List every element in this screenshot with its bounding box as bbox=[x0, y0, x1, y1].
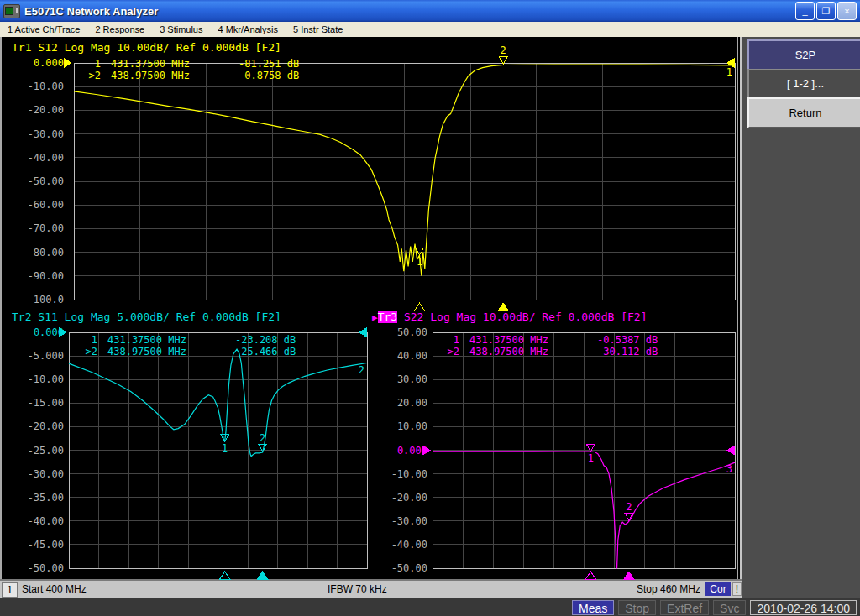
stop-frequency: Stop 460 MHz bbox=[637, 583, 700, 595]
marker-row: >2438.97500 MHz-30.112 dB bbox=[439, 346, 698, 358]
marker-stimulus-icon bbox=[258, 572, 268, 579]
marker-frequency: 431.37500 MHz bbox=[111, 58, 239, 70]
marker-row: >2438.97500 MHz-0.8758 dB bbox=[81, 70, 339, 81]
marker-stimulus-icon bbox=[415, 303, 425, 311]
tr2-name: Tr2 bbox=[12, 311, 31, 323]
marker-value: -30.112 dB bbox=[597, 346, 698, 358]
menu-stimulus[interactable]: 3 Stimulus bbox=[152, 24, 210, 34]
tr1-y-axis: 0.000-10.00-20.00-30.00-40.00-50.00-60.0… bbox=[3, 63, 64, 300]
menu-active-ch-trace[interactable]: 1 Active Ch/Trace bbox=[0, 24, 87, 34]
y-tick-label: -20.00 bbox=[3, 420, 64, 433]
menu-response[interactable]: 2 Response bbox=[87, 24, 152, 34]
y-tick-label: 40.00 bbox=[367, 349, 427, 363]
tr3-name: Tr3 bbox=[378, 311, 397, 323]
menu-instr-state[interactable]: 5 Instr State bbox=[286, 24, 350, 34]
y-tick-label: -35.00 bbox=[3, 491, 64, 504]
svg-text:1: 1 bbox=[417, 256, 422, 268]
tr1-name: Tr1 bbox=[12, 41, 31, 54]
y-tick-label: 20.00 bbox=[367, 396, 427, 410]
marker-frequency: 438.97500 MHz bbox=[108, 346, 235, 358]
marker-row: 1431.37500 MHz-23.208 dB bbox=[77, 334, 336, 346]
tr2-scale-label: S11 Log Mag 5.000dB/ Ref 0.000dB [F2] bbox=[31, 311, 281, 323]
active-trace-arrow-icon: ▶ bbox=[372, 312, 378, 323]
svg-text:3: 3 bbox=[726, 463, 732, 475]
y-tick-label: -60.00 bbox=[3, 198, 64, 211]
ref-level-right-icon bbox=[359, 327, 367, 337]
y-tick-label: -10.00 bbox=[367, 467, 427, 481]
window-title: E5071C Network Analyzer bbox=[24, 5, 158, 18]
y-tick-label: -25.00 bbox=[3, 444, 64, 457]
marker-frequency: 438.97500 MHz bbox=[111, 70, 239, 81]
marker-row: >2438.97500 MHz-25.466 dB bbox=[77, 346, 336, 358]
restore-button[interactable]: ❐ bbox=[816, 2, 836, 20]
correction-badge: Cor bbox=[705, 582, 731, 596]
marker-stimulus-icon bbox=[498, 303, 508, 311]
marker-index: 1 bbox=[81, 58, 101, 70]
svg-text:2: 2 bbox=[260, 432, 265, 444]
y-tick-label: -15.00 bbox=[3, 396, 64, 410]
stimulus-status-bar: 1 Start 400 MHz IFBW 70 kHz Stop 460 MHz… bbox=[0, 579, 742, 598]
y-tick-label: -10.00 bbox=[3, 373, 64, 386]
y-tick-label: -50.00 bbox=[3, 175, 64, 188]
softkey-1-2-button[interactable]: [ 1-2 ]... bbox=[747, 69, 860, 98]
svg-text:1: 1 bbox=[222, 442, 228, 454]
app-icon bbox=[3, 4, 20, 18]
y-tick-label: -80.00 bbox=[3, 246, 64, 259]
tr3-header[interactable]: ▶Tr3 S22 Log Mag 10.00dB/ Ref 0.000dB [F… bbox=[372, 311, 648, 323]
display-bezel-right bbox=[737, 37, 738, 579]
tr1-header[interactable]: Tr1 S12 Log Mag 10.00dB/ Ref 0.000dB [F2… bbox=[12, 41, 281, 54]
marker-row: 1431.37500 MHz-81.251 dB bbox=[81, 58, 339, 70]
menu-bar: 1 Active Ch/Trace 2 Response 3 Stimulus … bbox=[0, 22, 860, 38]
marker-value: -81.251 dB bbox=[239, 58, 339, 70]
title-bar: E5071C Network Analyzer _ ❐ × bbox=[0, 0, 860, 22]
softkey-sidebar: S2P [ 1-2 ]... Return bbox=[740, 37, 860, 598]
y-tick-label: -70.00 bbox=[3, 222, 64, 235]
marker-row: 1431.37500 MHz-0.5387 dB bbox=[439, 334, 698, 346]
marker-stimulus-icon bbox=[585, 572, 595, 579]
ref-level-right-icon bbox=[726, 446, 735, 456]
minimize-button[interactable]: _ bbox=[795, 2, 815, 20]
svg-text:2: 2 bbox=[626, 501, 632, 513]
tr2-y-axis: 0.000-5.000-10.00-15.00-20.00-25.00-30.0… bbox=[3, 332, 64, 568]
tr1-s12-plot[interactable]: 121 bbox=[64, 43, 736, 313]
return-button[interactable]: Return bbox=[747, 97, 860, 128]
svc-indicator: Svc bbox=[713, 600, 746, 615]
y-tick-label: -20.00 bbox=[3, 103, 64, 117]
marker-index: >2 bbox=[81, 70, 101, 81]
marker-value: -0.5387 dB bbox=[597, 334, 698, 346]
tr3-marker-readout: 1431.37500 MHz-0.5387 dB >2438.97500 MHz… bbox=[439, 334, 698, 358]
svg-text:1: 1 bbox=[588, 452, 594, 464]
y-tick-label: 0.000 bbox=[3, 56, 64, 70]
softkey-menu-title[interactable]: S2P bbox=[747, 39, 860, 70]
marker-index: >2 bbox=[77, 346, 97, 358]
y-tick-label: -40.00 bbox=[3, 151, 64, 164]
tr2-marker-readout: 1431.37500 MHz-23.208 dB >2438.97500 MHz… bbox=[77, 334, 336, 358]
svg-text:1: 1 bbox=[726, 66, 732, 78]
date-time: 2010-02-26 14:00 bbox=[750, 600, 857, 615]
menu-mkr-analysis[interactable]: 4 Mkr/Analysis bbox=[210, 24, 286, 34]
y-tick-label: -100.0 bbox=[3, 293, 64, 306]
y-tick-label: -90.00 bbox=[3, 269, 64, 283]
close-button[interactable]: × bbox=[837, 2, 857, 20]
y-tick-label: -40.00 bbox=[367, 538, 427, 551]
y-tick-label: -45.00 bbox=[3, 538, 64, 551]
marker-value: -23.208 dB bbox=[235, 334, 336, 346]
ref-level-left-icon bbox=[64, 58, 72, 68]
alert-badge: ! bbox=[732, 582, 742, 596]
tr2-header[interactable]: Tr2 S11 Log Mag 5.000dB/ Ref 0.000dB [F2… bbox=[12, 311, 281, 323]
marker-value: -25.466 dB bbox=[235, 346, 336, 358]
marker-value: -0.8758 dB bbox=[239, 70, 339, 81]
e5071c-application-window: E5071C Network Analyzer _ ❐ × 1 Active C… bbox=[0, 0, 860, 616]
start-frequency: Start 400 MHz bbox=[22, 583, 87, 595]
window-controls: _ ❐ × bbox=[795, 2, 860, 20]
y-tick-label: -50.00 bbox=[367, 561, 427, 575]
marker-frequency: 431.37500 MHz bbox=[469, 334, 597, 346]
marker-frequency: 438.97500 MHz bbox=[469, 346, 597, 358]
tr3-scale-label: S22 Log Mag 10.00dB/ Ref 0.000dB [F2] bbox=[397, 311, 647, 323]
extref-indicator: ExtRef bbox=[660, 600, 709, 615]
y-tick-label: -5.000 bbox=[3, 349, 64, 363]
marker-frequency: 431.37500 MHz bbox=[108, 334, 235, 346]
svg-text:2: 2 bbox=[359, 364, 364, 376]
tr1-scale-label: S12 Log Mag 10.00dB/ Ref 0.000dB [F2] bbox=[31, 41, 281, 54]
instrument-status-taskbar: Meas Stop ExtRef Svc 2010-02-26 14:00 bbox=[0, 598, 860, 616]
